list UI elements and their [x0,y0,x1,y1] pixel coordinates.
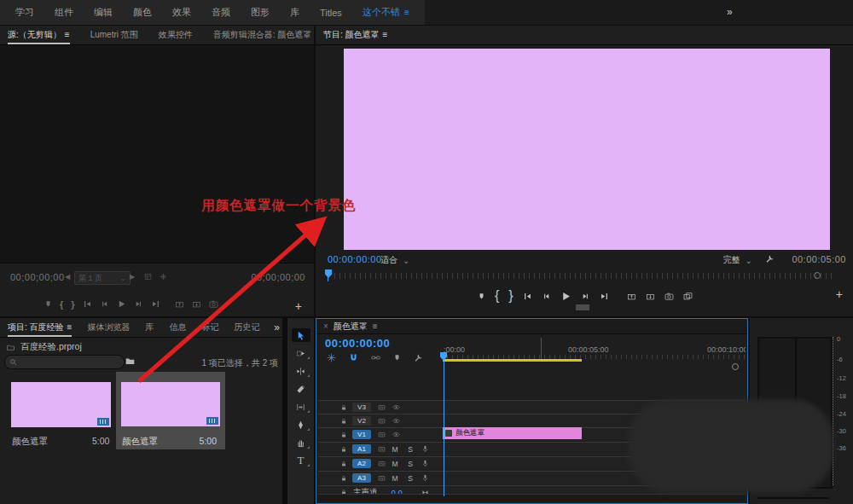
timeline-clip-color-matte[interactable]: 颜色遮罩 [443,427,582,439]
track-output-eye-icon[interactable] [392,403,400,411]
mark-out-icon[interactable]: } [71,300,74,309]
workspace-tab-learn[interactable]: 学习 [5,6,44,19]
step-back-icon[interactable] [542,292,551,301]
workspace-overflow-icon[interactable]: » [727,6,733,18]
sync-lock-icon[interactable] [378,474,386,482]
workspace-tab-graphics[interactable]: 图形 [241,6,280,19]
track-lock-icon[interactable] [340,461,347,467]
project-panel-menu-icon[interactable]: ≡ [67,318,73,337]
play-icon[interactable] [560,291,572,302]
linked-selection-icon[interactable] [371,353,380,362]
source-prev-icon[interactable]: ◀ [65,273,70,281]
voiceover-mic-icon[interactable] [421,460,429,467]
step-back-icon[interactable] [100,299,109,309]
program-button-editor-icon[interactable]: + [836,289,843,299]
timeline-playhead-timecode[interactable]: 00:00:00:00 [325,337,390,350]
export-frame-icon[interactable] [209,299,218,309]
tab-media-browser[interactable]: 媒体浏览器 [87,318,130,337]
timeline-zoom-handle[interactable] [732,363,739,370]
voiceover-mic-icon[interactable] [421,445,429,453]
source-next-icon[interactable]: ▶ [130,273,135,281]
type-tool[interactable]: T [292,454,310,467]
track-target-badge[interactable]: V2 [352,416,371,426]
track-output-eye-icon[interactable] [392,431,400,438]
work-area-bar[interactable] [443,359,582,362]
mark-in-icon[interactable]: { [495,288,499,304]
timeline-panel-menu-icon[interactable]: ≡ [373,322,378,331]
source-settings-icon[interactable] [144,273,152,281]
track-target-badge[interactable]: A3 [352,473,371,483]
go-to-in-icon[interactable] [523,292,532,301]
track-target-badge[interactable]: A1 [352,444,371,454]
overwrite-icon[interactable] [192,299,201,309]
tab-project[interactable]: 项目: 百度经验 ≡ [8,318,72,337]
workspace-menu-icon[interactable]: ≡ [404,8,409,17]
tab-markers[interactable]: 标记 [201,318,218,337]
pen-tool[interactable] [292,418,310,432]
program-playhead[interactable] [325,269,332,278]
program-panel-menu-icon[interactable]: ≡ [383,26,388,44]
workspace-tab-color[interactable]: 颜色 [123,6,162,19]
project-tabs-overflow-icon[interactable]: » [274,322,280,333]
close-sequence-icon[interactable]: × [323,322,328,331]
track-lock-icon[interactable] [340,432,347,438]
snap-magnet-icon[interactable] [349,353,358,362]
mark-out-icon[interactable]: } [508,288,513,304]
tab-lumetri-scopes[interactable]: Lumetri 范围 [90,26,138,44]
lift-icon[interactable] [627,292,636,301]
workspace-tab-titles[interactable]: Titles [310,8,352,18]
source-panel-menu-icon[interactable]: ≡ [65,26,70,44]
workspace-tab-active[interactable]: 这个不错 ≡ [352,6,420,19]
workspace-tab-effects[interactable]: 效果 [162,6,201,19]
program-current-timecode[interactable]: 00:00:00:00 [328,254,382,264]
tab-audio-clip-mixer[interactable]: 音频剪辑混合器: 颜色遮罩 [213,26,312,44]
track-select-forward-tool[interactable] [292,346,310,360]
timeline-ruler[interactable]: :00:00 00:00:05:00 00:00:10:00 [440,345,746,360]
ripple-edit-tool[interactable] [292,364,310,378]
workspace-tab-audio[interactable]: 音频 [201,6,241,19]
sync-lock-icon[interactable] [378,403,386,411]
sync-lock-icon[interactable] [378,431,386,438]
drag-video-audio-icon[interactable] [160,273,167,281]
add-marker-icon[interactable] [393,354,401,362]
step-forward-icon[interactable] [581,292,590,301]
mark-in-icon[interactable]: { [60,300,63,309]
tab-history[interactable]: 历史记 [234,318,259,337]
step-forward-icon[interactable] [134,299,143,309]
tab-effect-controls[interactable]: 效果控件 [159,26,193,44]
voiceover-mic-icon[interactable] [421,474,429,482]
play-icon[interactable] [117,299,126,309]
extract-icon[interactable] [646,292,655,301]
mute-button[interactable]: M [391,445,399,454]
track-output-eye-icon[interactable] [392,417,400,425]
project-item-name[interactable]: 颜色遮罩 [12,436,48,448]
track-lock-icon[interactable] [340,418,347,425]
comparison-view-icon[interactable] [683,292,693,301]
export-frame-icon[interactable] [664,292,674,301]
track-lock-icon[interactable] [340,475,347,482]
project-item-selected[interactable]: 颜色遮罩 5:00 [116,372,225,449]
program-scrubber[interactable] [322,268,846,281]
track-target-badge[interactable]: V1 [352,430,371,439]
scrubber-zoom-handle[interactable] [814,272,821,279]
insert-nest-sequences-icon[interactable] [327,353,336,362]
mute-button[interactable]: M [391,460,399,468]
solo-button[interactable]: S [406,445,415,454]
program-zoom-select[interactable]: 适合 ⌄ [380,254,409,266]
go-to-out-icon[interactable] [600,292,609,301]
razor-tool[interactable] [292,382,310,396]
solo-button[interactable]: S [406,460,415,468]
source-button-editor-icon[interactable]: + [295,301,302,311]
mute-button[interactable]: M [391,474,399,483]
insert-icon[interactable] [175,299,184,309]
solo-button[interactable]: S [406,474,415,483]
project-file-row[interactable]: 百度经验.prproj [7,341,82,353]
go-to-out-icon[interactable] [151,299,160,309]
transport-resize-grip[interactable] [576,304,589,310]
new-bin-folder-icon[interactable] [125,356,135,366]
selection-tool[interactable] [292,328,310,342]
tab-info[interactable]: 信息 [169,318,186,337]
workspace-tab-edit[interactable]: 编辑 [84,6,123,19]
project-search-input[interactable] [4,355,125,369]
project-item-thumbnail[interactable] [121,382,220,426]
